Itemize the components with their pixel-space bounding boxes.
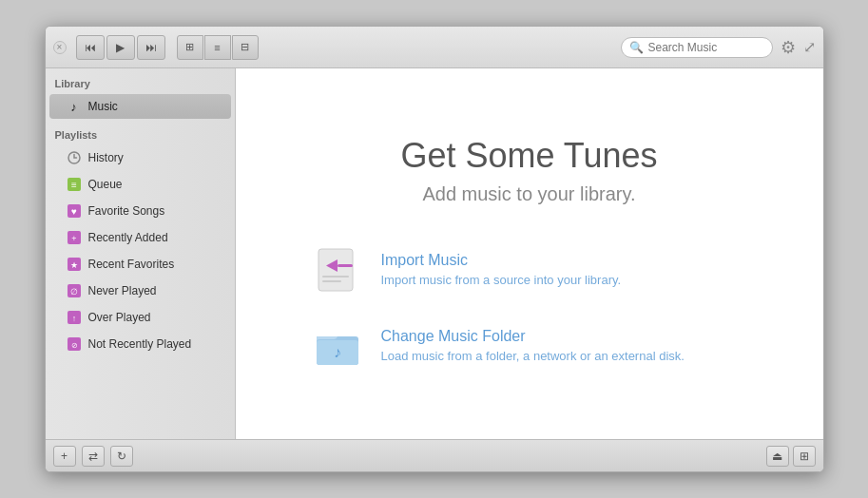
action-list: Import Music Import music from a source … xyxy=(311,243,748,373)
columns-view-button[interactable]: ⊟ xyxy=(232,35,259,60)
search-input[interactable] xyxy=(648,41,762,54)
svg-text:♥: ♥ xyxy=(71,206,77,217)
sidebar-item-history-label: History xyxy=(88,151,124,164)
svg-text:↑: ↑ xyxy=(71,314,76,323)
eject-button[interactable]: ⏏ xyxy=(766,446,789,467)
sidebar-item-never-played[interactable]: ∅ Never Played xyxy=(49,278,231,303)
sidebar-item-music[interactable]: ♪ Music xyxy=(49,94,231,119)
sidebar-item-not-recently-played-label: Not Recently Played xyxy=(88,337,192,351)
import-music-title: Import Music xyxy=(381,252,622,269)
search-box[interactable]: 🔍 xyxy=(621,37,773,58)
sidebar: Library ♪ Music Playlists History xyxy=(46,68,236,439)
svg-text:≡: ≡ xyxy=(71,180,77,190)
sidebar-item-favorite-songs[interactable]: ♥ Favorite Songs xyxy=(49,199,231,223)
never-played-icon: ∅ xyxy=(67,283,82,298)
music-icon: ♪ xyxy=(67,99,82,114)
sidebar-item-over-played[interactable]: ↑ Over Played xyxy=(49,305,231,330)
svg-text:⊘: ⊘ xyxy=(70,341,77,350)
grid-view-button[interactable]: ⊞ xyxy=(177,35,203,60)
main-window: × ⏮ ▶ ⏭ ⊞ ≡ ⊟ 🔍 ⚙ ⤢ Library ♪ Music Play… xyxy=(45,26,824,472)
favorite-songs-icon: ♥ xyxy=(67,203,82,219)
svg-text:+: + xyxy=(71,234,76,243)
import-music-action[interactable]: Import Music Import music from a source … xyxy=(311,243,622,297)
svg-text:★: ★ xyxy=(70,260,78,270)
main-area: Library ♪ Music Playlists History xyxy=(46,68,823,439)
queue-icon: ≡ xyxy=(67,177,82,192)
next-button[interactable]: ⏭ xyxy=(137,35,165,60)
gear-button[interactable]: ⚙ xyxy=(779,35,798,60)
refresh-button[interactable]: ↻ xyxy=(110,446,133,467)
import-music-text: Import Music Import music from a source … xyxy=(381,252,622,287)
svg-text:♪: ♪ xyxy=(334,344,341,360)
change-folder-action[interactable]: ♪ Change Music Folder Load music from a … xyxy=(311,319,685,373)
recent-favorites-icon: ★ xyxy=(67,257,82,272)
equalizer-button[interactable]: ⊞ xyxy=(793,446,816,467)
sidebar-item-never-played-label: Never Played xyxy=(88,284,157,297)
sidebar-item-music-label: Music xyxy=(88,100,118,113)
play-button[interactable]: ▶ xyxy=(106,35,135,60)
add-button[interactable]: + xyxy=(53,446,76,467)
sidebar-item-not-recently-played[interactable]: ⊘ Not Recently Played xyxy=(49,332,231,356)
sidebar-item-recently-added[interactable]: + Recently Added xyxy=(49,225,231,250)
sidebar-item-recent-favorites[interactable]: ★ Recent Favorites xyxy=(49,252,231,277)
change-folder-desc: Load music from a folder, a network or a… xyxy=(381,349,685,363)
list-view-button[interactable]: ≡ xyxy=(204,35,231,60)
fullscreen-button[interactable]: ⤢ xyxy=(803,38,816,56)
import-music-icon xyxy=(311,243,364,297)
prev-button[interactable]: ⏮ xyxy=(76,35,105,60)
content-area: Get Some Tunes Add music to your library… xyxy=(236,68,823,439)
sidebar-item-over-played-label: Over Played xyxy=(88,311,151,324)
sync-button[interactable]: ⇄ xyxy=(82,446,105,467)
sidebar-item-history[interactable]: History xyxy=(49,145,231,170)
change-folder-text: Change Music Folder Load music from a fo… xyxy=(381,328,685,363)
search-icon: 🔍 xyxy=(629,41,644,54)
library-section-label: Library xyxy=(46,68,235,93)
import-music-desc: Import music from a source into your lib… xyxy=(381,273,622,287)
sidebar-item-favorite-songs-label: Favorite Songs xyxy=(88,204,165,218)
svg-rect-16 xyxy=(338,264,353,267)
bottombar: + ⇄ ↻ ⏏ ⊞ xyxy=(46,439,823,471)
sidebar-item-queue[interactable]: ≡ Queue xyxy=(49,172,231,197)
sidebar-item-recently-added-label: Recently Added xyxy=(88,231,168,244)
not-recently-played-icon: ⊘ xyxy=(67,336,82,352)
svg-text:∅: ∅ xyxy=(70,287,78,297)
view-controls: ⊞ ≡ ⊟ xyxy=(177,35,259,60)
sidebar-item-queue-label: Queue xyxy=(88,178,123,191)
history-icon xyxy=(67,150,82,165)
main-heading: Get Some Tunes xyxy=(400,136,657,176)
over-played-icon: ↑ xyxy=(67,310,82,325)
titlebar: × ⏮ ▶ ⏭ ⊞ ≡ ⊟ 🔍 ⚙ ⤢ xyxy=(46,27,823,68)
recently-added-icon: + xyxy=(67,230,82,245)
change-folder-icon: ♪ xyxy=(311,319,364,373)
sidebar-item-recent-favorites-label: Recent Favorites xyxy=(88,258,175,271)
svg-rect-18 xyxy=(322,276,349,278)
playlists-section-label: Playlists xyxy=(46,120,235,144)
change-folder-title: Change Music Folder xyxy=(381,328,685,345)
bottom-right-buttons: ⏏ ⊞ xyxy=(766,446,816,467)
svg-rect-19 xyxy=(322,280,341,282)
close-button[interactable]: × xyxy=(53,41,67,54)
transport-controls: ⏮ ▶ ⏭ xyxy=(76,35,165,60)
main-subheading: Add music to your library. xyxy=(422,183,635,205)
